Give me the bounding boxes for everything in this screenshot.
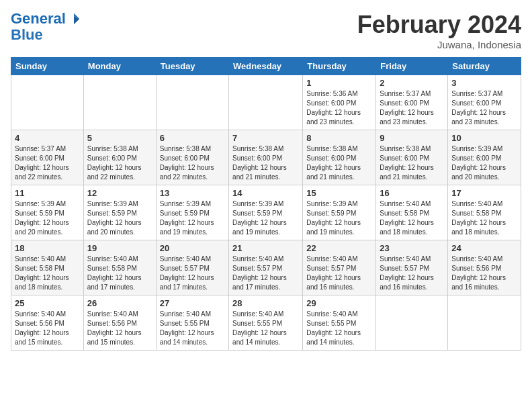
calendar-cell (376, 295, 448, 351)
calendar-week-1: 1Sunrise: 5:36 AM Sunset: 6:00 PM Daylig… (11, 75, 521, 130)
calendar-cell: 2Sunrise: 5:37 AM Sunset: 6:00 PM Daylig… (376, 75, 448, 130)
calendar-cell (229, 75, 303, 130)
day-info: Sunrise: 5:38 AM Sunset: 6:00 PM Dayligh… (306, 144, 372, 182)
calendar-week-3: 11Sunrise: 5:39 AM Sunset: 5:59 PM Dayli… (11, 185, 521, 240)
day-info: Sunrise: 5:40 AM Sunset: 5:56 PM Dayligh… (87, 310, 152, 347)
calendar-cell: 13Sunrise: 5:39 AM Sunset: 5:59 PM Dayli… (156, 185, 228, 240)
calendar-cell: 9Sunrise: 5:38 AM Sunset: 6:00 PM Daylig… (376, 130, 448, 185)
page-header: General Blue February 2024 Juwana, Indon… (11, 11, 521, 50)
calendar-cell: 15Sunrise: 5:39 AM Sunset: 5:59 PM Dayli… (303, 185, 376, 240)
day-number: 10 (451, 133, 517, 143)
day-number: 22 (306, 243, 372, 253)
day-number: 3 (451, 78, 517, 88)
calendar-cell: 4Sunrise: 5:37 AM Sunset: 6:00 PM Daylig… (11, 130, 84, 185)
day-info: Sunrise: 5:38 AM Sunset: 6:00 PM Dayligh… (87, 144, 152, 182)
calendar-cell: 16Sunrise: 5:40 AM Sunset: 5:58 PM Dayli… (376, 185, 448, 240)
day-number: 24 (451, 243, 517, 253)
col-header-thursday: Thursday (303, 58, 376, 75)
col-header-sunday: Sunday (11, 58, 84, 75)
calendar-cell: 28Sunrise: 5:40 AM Sunset: 5:55 PM Dayli… (229, 295, 303, 351)
day-number: 21 (232, 243, 299, 253)
calendar-cell: 26Sunrise: 5:40 AM Sunset: 5:56 PM Dayli… (83, 295, 156, 351)
day-info: Sunrise: 5:40 AM Sunset: 5:55 PM Dayligh… (160, 310, 225, 347)
title-block: February 2024 Juwana, Indonesia (357, 11, 521, 50)
calendar-cell: 17Sunrise: 5:40 AM Sunset: 5:58 PM Dayli… (448, 185, 521, 240)
calendar-cell: 27Sunrise: 5:40 AM Sunset: 5:55 PM Dayli… (156, 295, 228, 351)
month-title: February 2024 (357, 11, 521, 39)
day-info: Sunrise: 5:38 AM Sunset: 6:00 PM Dayligh… (160, 144, 225, 182)
day-info: Sunrise: 5:39 AM Sunset: 5:59 PM Dayligh… (160, 199, 225, 237)
calendar-cell: 8Sunrise: 5:38 AM Sunset: 6:00 PM Daylig… (303, 130, 376, 185)
calendar-table: SundayMondayTuesdayWednesdayThursdayFrid… (11, 57, 521, 351)
calendar-cell: 14Sunrise: 5:39 AM Sunset: 5:59 PM Dayli… (229, 185, 303, 240)
calendar-cell (83, 75, 156, 130)
calendar-cell: 1Sunrise: 5:36 AM Sunset: 6:00 PM Daylig… (303, 75, 376, 130)
col-header-monday: Monday (83, 58, 156, 75)
day-info: Sunrise: 5:39 AM Sunset: 5:59 PM Dayligh… (87, 199, 152, 237)
calendar-cell (156, 75, 228, 130)
logo: General Blue (11, 11, 81, 43)
day-info: Sunrise: 5:40 AM Sunset: 5:58 PM Dayligh… (451, 199, 517, 237)
day-info: Sunrise: 5:40 AM Sunset: 5:58 PM Dayligh… (87, 255, 152, 292)
day-number: 20 (160, 243, 225, 253)
day-number: 4 (15, 133, 80, 143)
day-info: Sunrise: 5:40 AM Sunset: 5:56 PM Dayligh… (451, 255, 517, 292)
day-info: Sunrise: 5:38 AM Sunset: 6:00 PM Dayligh… (232, 144, 299, 182)
day-number: 11 (15, 188, 80, 198)
calendar-cell: 23Sunrise: 5:40 AM Sunset: 5:57 PM Dayli… (376, 240, 448, 295)
logo-blue: Blue (11, 27, 81, 43)
day-info: Sunrise: 5:37 AM Sunset: 6:00 PM Dayligh… (451, 89, 517, 127)
calendar-cell: 18Sunrise: 5:40 AM Sunset: 5:58 PM Dayli… (11, 240, 84, 295)
day-info: Sunrise: 5:40 AM Sunset: 5:55 PM Dayligh… (306, 310, 372, 347)
calendar-cell: 11Sunrise: 5:39 AM Sunset: 5:59 PM Dayli… (11, 185, 84, 240)
day-info: Sunrise: 5:39 AM Sunset: 5:59 PM Dayligh… (15, 199, 80, 237)
calendar-cell: 19Sunrise: 5:40 AM Sunset: 5:58 PM Dayli… (83, 240, 156, 295)
day-number: 9 (380, 133, 444, 143)
col-header-saturday: Saturday (448, 58, 521, 75)
day-info: Sunrise: 5:37 AM Sunset: 6:00 PM Dayligh… (380, 89, 444, 127)
day-info: Sunrise: 5:40 AM Sunset: 5:56 PM Dayligh… (15, 310, 80, 347)
day-number: 25 (15, 298, 80, 308)
day-info: Sunrise: 5:39 AM Sunset: 5:59 PM Dayligh… (232, 199, 299, 237)
calendar-cell: 22Sunrise: 5:40 AM Sunset: 5:57 PM Dayli… (303, 240, 376, 295)
day-number: 12 (87, 188, 152, 198)
col-header-friday: Friday (376, 58, 448, 75)
day-info: Sunrise: 5:40 AM Sunset: 5:58 PM Dayligh… (380, 199, 444, 237)
day-info: Sunrise: 5:40 AM Sunset: 5:57 PM Dayligh… (232, 255, 299, 292)
calendar-cell: 6Sunrise: 5:38 AM Sunset: 6:00 PM Daylig… (156, 130, 228, 185)
day-info: Sunrise: 5:37 AM Sunset: 6:00 PM Dayligh… (15, 144, 80, 182)
calendar-cell: 12Sunrise: 5:39 AM Sunset: 5:59 PM Dayli… (83, 185, 156, 240)
calendar-week-4: 18Sunrise: 5:40 AM Sunset: 5:58 PM Dayli… (11, 240, 521, 295)
calendar-cell: 29Sunrise: 5:40 AM Sunset: 5:55 PM Dayli… (303, 295, 376, 351)
logo-text: General (11, 11, 66, 27)
day-info: Sunrise: 5:40 AM Sunset: 5:57 PM Dayligh… (160, 255, 225, 292)
day-number: 27 (160, 298, 225, 308)
day-number: 1 (306, 78, 372, 88)
calendar-cell: 10Sunrise: 5:39 AM Sunset: 6:00 PM Dayli… (448, 130, 521, 185)
calendar-cell: 24Sunrise: 5:40 AM Sunset: 5:56 PM Dayli… (448, 240, 521, 295)
calendar-cell: 7Sunrise: 5:38 AM Sunset: 6:00 PM Daylig… (229, 130, 303, 185)
day-info: Sunrise: 5:39 AM Sunset: 5:59 PM Dayligh… (306, 199, 372, 237)
day-number: 16 (380, 188, 444, 198)
day-number: 26 (87, 298, 152, 308)
day-number: 17 (451, 188, 517, 198)
day-number: 28 (232, 298, 299, 308)
day-number: 5 (87, 133, 152, 143)
header-row: SundayMondayTuesdayWednesdayThursdayFrid… (11, 58, 521, 75)
day-info: Sunrise: 5:36 AM Sunset: 6:00 PM Dayligh… (306, 89, 372, 127)
day-number: 7 (232, 133, 299, 143)
calendar-cell: 21Sunrise: 5:40 AM Sunset: 5:57 PM Dayli… (229, 240, 303, 295)
calendar-cell (448, 295, 521, 351)
day-number: 2 (380, 78, 444, 88)
calendar-cell: 20Sunrise: 5:40 AM Sunset: 5:57 PM Dayli… (156, 240, 228, 295)
day-number: 8 (306, 133, 372, 143)
day-info: Sunrise: 5:40 AM Sunset: 5:57 PM Dayligh… (380, 255, 444, 292)
day-number: 15 (306, 188, 372, 198)
day-number: 18 (15, 243, 80, 253)
calendar-cell: 5Sunrise: 5:38 AM Sunset: 6:00 PM Daylig… (83, 130, 156, 185)
calendar-cell (11, 75, 84, 130)
day-info: Sunrise: 5:39 AM Sunset: 6:00 PM Dayligh… (451, 144, 517, 182)
day-number: 19 (87, 243, 152, 253)
day-number: 13 (160, 188, 225, 198)
day-number: 23 (380, 243, 444, 253)
